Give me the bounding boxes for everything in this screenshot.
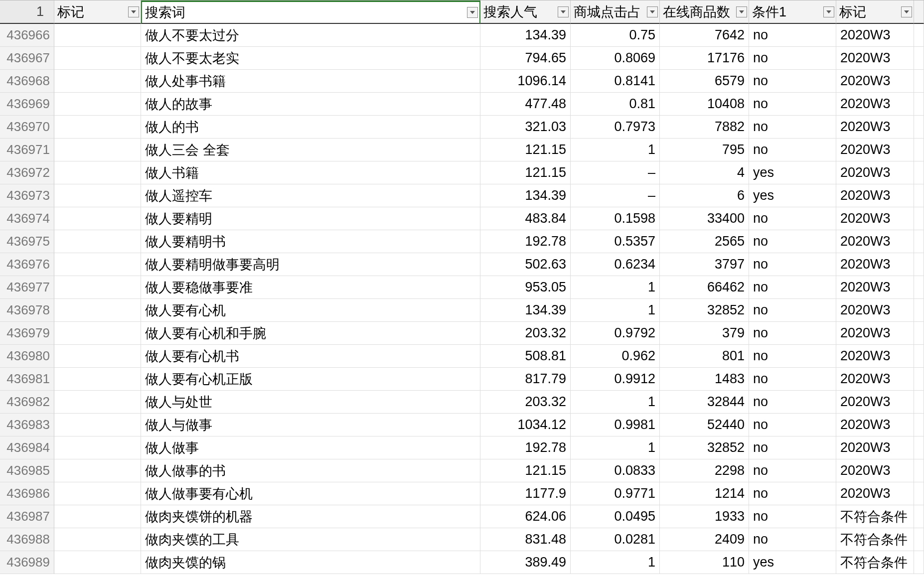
filter-dropdown-icon[interactable] (558, 6, 569, 17)
cell[interactable] (54, 482, 141, 505)
cell[interactable]: no (749, 230, 836, 253)
cell[interactable]: 2565 (660, 230, 749, 253)
row-header[interactable]: 436984 (0, 436, 54, 459)
cell[interactable]: 2020W3 (836, 230, 914, 253)
cell[interactable] (54, 139, 141, 161)
cell[interactable]: 0.9912 (571, 368, 660, 391)
cell[interactable]: 7882 (660, 116, 749, 139)
cell[interactable]: yes (749, 184, 836, 207)
row-header[interactable]: 436967 (0, 47, 54, 70)
cell[interactable]: 做人做事要有心机 (141, 482, 480, 505)
cell[interactable]: 做人与处世 (141, 391, 480, 414)
cell[interactable] (54, 299, 141, 322)
filter-dropdown-icon[interactable] (736, 6, 747, 17)
cell[interactable]: 817.79 (480, 368, 571, 391)
cell[interactable]: 2020W3 (836, 207, 914, 230)
cell[interactable]: 做人的书 (141, 116, 480, 139)
cell[interactable] (914, 299, 924, 322)
row-header[interactable]: 436970 (0, 116, 54, 139)
cell[interactable]: 做人要有心机正版 (141, 368, 480, 391)
cell[interactable]: 121.15 (480, 459, 571, 482)
cell[interactable]: 0.9771 (571, 482, 660, 505)
cell[interactable]: 379 (660, 322, 749, 345)
cell[interactable]: 不符合条件 (836, 551, 914, 574)
cell[interactable] (54, 528, 141, 551)
column-header[interactable]: 搜索词 (141, 0, 480, 24)
cell[interactable]: 110 (660, 551, 749, 574)
cell[interactable] (914, 391, 924, 414)
cell[interactable] (914, 276, 924, 299)
cell[interactable]: 2020W3 (836, 93, 914, 116)
cell[interactable]: 203.32 (480, 322, 571, 345)
cell[interactable]: 2020W3 (836, 47, 914, 70)
cell[interactable]: 2020W3 (836, 24, 914, 47)
cell[interactable]: no (749, 299, 836, 322)
cell[interactable] (54, 93, 141, 116)
cell[interactable] (54, 368, 141, 391)
cell[interactable] (914, 551, 924, 574)
cell[interactable]: 2020W3 (836, 459, 914, 482)
cell[interactable]: 1034.12 (480, 414, 571, 436)
cell[interactable]: 389.49 (480, 551, 571, 574)
cell[interactable]: 2020W3 (836, 345, 914, 368)
cell[interactable]: 2020W3 (836, 436, 914, 459)
column-header[interactable] (914, 0, 924, 24)
column-header[interactable]: 条件1 (749, 0, 836, 24)
cell[interactable]: 做人三会 全套 (141, 139, 480, 161)
cell[interactable]: 508.81 (480, 345, 571, 368)
cell[interactable]: 不符合条件 (836, 505, 914, 528)
cell[interactable]: 134.39 (480, 299, 571, 322)
cell[interactable]: 做人与做事 (141, 414, 480, 436)
cell[interactable]: 0.6234 (571, 253, 660, 276)
cell[interactable]: no (749, 368, 836, 391)
cell[interactable]: 502.63 (480, 253, 571, 276)
cell[interactable]: 做人做事 (141, 436, 480, 459)
cell[interactable]: no (749, 253, 836, 276)
row-header[interactable]: 436966 (0, 24, 54, 47)
cell[interactable]: no (749, 345, 836, 368)
filter-dropdown-icon[interactable] (901, 6, 912, 17)
cell[interactable] (54, 414, 141, 436)
cell[interactable]: 做肉夹馍的锅 (141, 551, 480, 574)
cell[interactable]: 0.0833 (571, 459, 660, 482)
cell[interactable]: 0.5357 (571, 230, 660, 253)
cell[interactable]: 0.962 (571, 345, 660, 368)
cell[interactable]: 477.48 (480, 93, 571, 116)
row-header[interactable]: 436986 (0, 482, 54, 505)
filter-dropdown-icon[interactable] (647, 6, 658, 17)
cell[interactable] (914, 505, 924, 528)
cell[interactable]: 795 (660, 139, 749, 161)
cell[interactable]: no (749, 436, 836, 459)
cell[interactable] (54, 116, 141, 139)
cell[interactable]: no (749, 482, 836, 505)
row-header[interactable]: 436982 (0, 391, 54, 414)
cell[interactable]: 2298 (660, 459, 749, 482)
cell[interactable] (914, 116, 924, 139)
cell[interactable] (914, 139, 924, 161)
cell[interactable]: 做人要精明书 (141, 230, 480, 253)
row-header[interactable]: 436968 (0, 70, 54, 93)
cell[interactable]: 0.7973 (571, 116, 660, 139)
row-header[interactable]: 436969 (0, 93, 54, 116)
cell[interactable]: 2020W3 (836, 391, 914, 414)
cell[interactable]: 1 (571, 299, 660, 322)
cell[interactable]: 0.75 (571, 24, 660, 47)
cell[interactable]: 0.81 (571, 93, 660, 116)
cell[interactable]: 做人要有心机和手腕 (141, 322, 480, 345)
filter-dropdown-icon[interactable] (128, 6, 139, 17)
cell[interactable] (54, 253, 141, 276)
cell[interactable]: 2020W3 (836, 139, 914, 161)
row-header[interactable]: 436979 (0, 322, 54, 345)
cell[interactable]: 2020W3 (836, 116, 914, 139)
cell[interactable]: no (749, 414, 836, 436)
cell[interactable] (54, 161, 141, 184)
cell[interactable]: 做肉夹馍饼的机器 (141, 505, 480, 528)
cell[interactable]: 32852 (660, 436, 749, 459)
cell[interactable] (914, 528, 924, 551)
cell[interactable]: no (749, 70, 836, 93)
cell[interactable] (914, 24, 924, 47)
row-header[interactable]: 436978 (0, 299, 54, 322)
cell[interactable]: 10408 (660, 93, 749, 116)
cell[interactable] (54, 207, 141, 230)
cell[interactable]: 121.15 (480, 139, 571, 161)
